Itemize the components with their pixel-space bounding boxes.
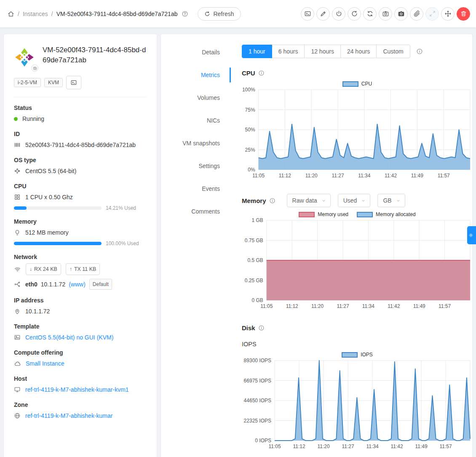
- map-pin-icon: [14, 308, 21, 315]
- range-1-hour[interactable]: 1 hour: [242, 45, 272, 58]
- cpu-usage-bar: [14, 206, 102, 210]
- down-arrow-icon: ↓: [29, 265, 32, 274]
- camera-filled-icon: [398, 10, 405, 17]
- disk-section-title: Disk: [242, 324, 255, 331]
- svg-text:11:42: 11:42: [388, 303, 400, 309]
- cpu-grid-icon: [14, 194, 21, 200]
- zone-link[interactable]: ref-trl-4119-k-M7-abhishek-kumar: [25, 411, 112, 420]
- desktop-icon: [14, 386, 21, 393]
- disk-chart-legend: IOPS: [242, 352, 473, 358]
- destroy-instance-button[interactable]: [457, 7, 470, 21]
- breadcrumb-instances-link[interactable]: Instances: [23, 11, 48, 17]
- stop-instance-button[interactable]: [332, 7, 345, 21]
- svg-text:11:05: 11:05: [268, 444, 281, 449]
- gear-icon: [468, 232, 473, 238]
- nic-name: eth0: [25, 280, 37, 289]
- reboot-icon: [351, 10, 358, 17]
- tab-comments[interactable]: Comments: [161, 200, 231, 223]
- tab-volumes[interactable]: Volumes: [161, 86, 231, 109]
- active-tab-indicator: [230, 67, 231, 83]
- memory-chart-plot: 0 GB0.25 GB0.5 GB0.75 GB1 GB11:0511:1211…: [242, 218, 473, 313]
- disk-info-icon[interactable]: [258, 325, 265, 331]
- refresh-button[interactable]: Refresh: [198, 7, 241, 21]
- rx-value: RX 24 KB: [34, 265, 57, 274]
- range-24-hours[interactable]: 24 hours: [340, 45, 377, 58]
- svg-text:11:57: 11:57: [438, 173, 450, 179]
- range-custom[interactable]: Custom: [376, 45, 410, 58]
- migrate-instance-button[interactable]: [441, 7, 455, 21]
- tab-events[interactable]: Events: [161, 177, 231, 200]
- view-console-button[interactable]: [301, 7, 314, 21]
- os-type-value: CentOS 5.5 (64-bit): [25, 166, 76, 176]
- nic-ip: 10.1.1.72: [41, 280, 65, 289]
- os-type-label: OS type: [14, 157, 147, 163]
- host-link[interactable]: ref-trl-4119-k-M7-abhishek-kumar-kvm1: [25, 385, 129, 394]
- svg-text:0.5 GB: 0.5 GB: [247, 257, 263, 263]
- memory-label: Memory: [14, 218, 147, 225]
- svg-text:25%: 25%: [245, 147, 255, 153]
- scale-vm-button[interactable]: [425, 7, 439, 21]
- svg-text:75%: 75%: [245, 107, 255, 113]
- home-icon[interactable]: [8, 11, 14, 17]
- status-running-dot: [14, 117, 18, 121]
- svg-text:11:12: 11:12: [286, 303, 298, 309]
- template-link[interactable]: CentOS 5.5(64-bit) no GUI (KVM): [25, 333, 113, 342]
- range-info-icon[interactable]: [416, 48, 423, 55]
- network-link[interactable]: (www): [69, 280, 86, 289]
- tab-details[interactable]: Details: [161, 41, 231, 64]
- volume-snapshot-button[interactable]: [394, 7, 408, 21]
- svg-text:100%: 100%: [242, 88, 255, 93]
- tab-nics[interactable]: NICs: [161, 109, 231, 132]
- instance-name-tag: i-2-5-VM: [14, 78, 41, 87]
- paperclip-icon: [413, 10, 420, 17]
- reinstall-instance-button[interactable]: [363, 7, 377, 21]
- metrics-content: 1 hour 6 hours 12 hours 24 hours Custom …: [231, 34, 473, 457]
- cpu-chart: CPU 0%25%50%75%100%11:0511:1211:2011:271…: [242, 81, 473, 182]
- ip-address-label: IP address: [14, 297, 147, 304]
- svg-text:11:05: 11:05: [252, 173, 265, 179]
- template-label: Template: [14, 323, 147, 330]
- svg-text:44650 IOPS: 44650 IOPS: [244, 398, 271, 404]
- breadcrumb-current-item: VM-52e00f43-7911-4dc4-85bd-d69de7a721ab: [56, 11, 178, 17]
- memory-chart-legend: Memory usedMemory allocated: [242, 211, 473, 217]
- range-12-hours[interactable]: 12 hours: [304, 45, 340, 58]
- svg-text:11:05: 11:05: [260, 303, 273, 309]
- memory-unit-select[interactable]: GB: [377, 194, 405, 207]
- memory-unit-select-value: GB: [383, 197, 391, 204]
- memory-mode-select-value: Used: [343, 197, 357, 204]
- divider: [14, 97, 147, 97]
- tab-vm-snapshots[interactable]: VM snapshots: [161, 132, 231, 155]
- memory-data-select[interactable]: Raw data: [287, 194, 331, 207]
- memory-mode-select[interactable]: Used: [338, 194, 371, 207]
- cloud-icon: [14, 360, 21, 367]
- memory-usage-bar: [14, 242, 102, 245]
- svg-text:11:27: 11:27: [337, 303, 349, 309]
- tx-value: TX 11 KB: [74, 265, 96, 274]
- attach-iso-button[interactable]: [410, 7, 423, 21]
- memory-info-icon[interactable]: [269, 198, 275, 204]
- settings-gear-button[interactable]: [467, 226, 476, 244]
- cpu-info-icon[interactable]: [258, 70, 265, 76]
- edit-button[interactable]: [316, 7, 330, 21]
- tab-metrics[interactable]: Metrics: [161, 64, 231, 86]
- svg-text:66975 IOPS: 66975 IOPS: [244, 378, 271, 384]
- refresh-label: Refresh: [213, 11, 234, 17]
- memory-usage-text: 100.00% Used: [106, 241, 139, 246]
- take-snapshot-button[interactable]: [379, 7, 392, 21]
- svg-text:11:42: 11:42: [390, 444, 403, 449]
- svg-text:89300 IOPS: 89300 IOPS: [244, 358, 271, 363]
- centos-os-icon: [14, 168, 21, 174]
- tab-settings[interactable]: Settings: [161, 155, 231, 177]
- up-arrow-icon: ↑: [70, 265, 72, 274]
- nic-branch-icon: [14, 281, 21, 288]
- help-question-icon[interactable]: [182, 11, 188, 17]
- reboot-instance-button[interactable]: [348, 7, 361, 21]
- camera-badge-icon[interactable]: [31, 64, 38, 72]
- compute-offering-link[interactable]: Small Instance: [26, 359, 64, 368]
- svg-text:11:20: 11:20: [317, 444, 329, 449]
- range-6-hours[interactable]: 6 hours: [272, 45, 305, 58]
- svg-text:11:27: 11:27: [342, 444, 354, 449]
- action-toolbar: [301, 7, 470, 21]
- host-label: Host: [14, 375, 147, 382]
- open-console-button[interactable]: [66, 76, 81, 89]
